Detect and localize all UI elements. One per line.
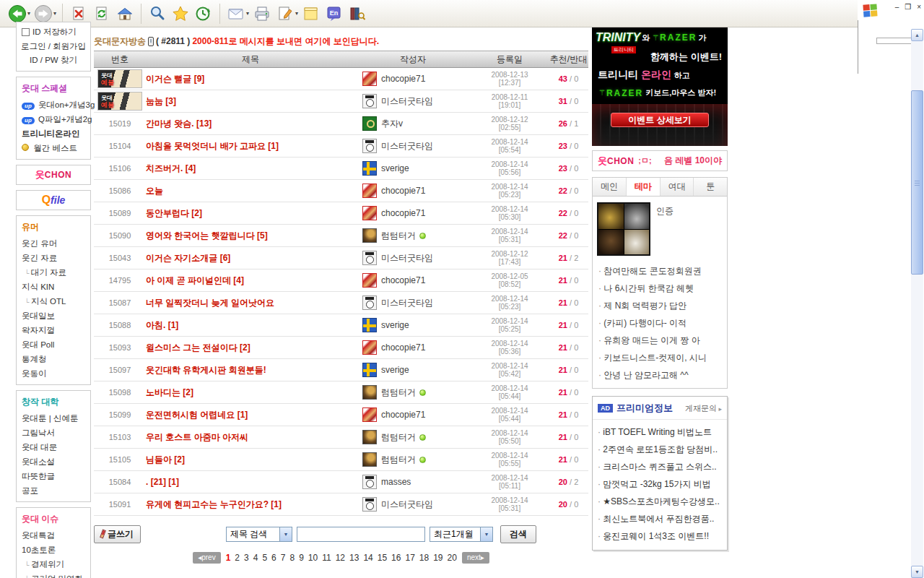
refresh-icon[interactable]: [91, 3, 113, 25]
sidebar-item[interactable]: 월간 베스트: [19, 141, 88, 155]
theme-photo[interactable]: [597, 202, 650, 256]
post-title-link[interactable]: 눕눕 [3]: [146, 96, 176, 106]
premium-list-item[interactable]: 크리스마스 퀴즈풀고 스위스..: [596, 458, 723, 475]
author-name[interactable]: 미스터굿타임: [381, 297, 433, 309]
mail-icon[interactable]: [225, 3, 247, 25]
tab[interactable]: 메인: [593, 178, 627, 196]
post-title-link[interactable]: . [21] [1]: [146, 477, 179, 487]
sidebar-item[interactable]: 웃대 대문: [19, 440, 88, 454]
sidebar-item[interactable]: 따뜻한글: [19, 469, 88, 483]
premium-list-item[interactable]: ★SBS스포츠마케팅수강생모..: [596, 493, 723, 510]
tab[interactable]: 여대: [661, 178, 694, 196]
page-number[interactable]: 15: [376, 553, 388, 563]
theme-list-item[interactable]: 제 N회 덕력평가 답안: [597, 297, 723, 314]
post-title-link[interactable]: 유게에 현피고수는 누구인가요? [1]: [146, 499, 282, 509]
premium-list-item[interactable]: iBT TOEFL Writing 비법노트: [596, 423, 723, 441]
uchon-logo-box[interactable]: 웃CHON: [16, 165, 91, 185]
sidebar-item[interactable]: 통계청: [19, 352, 88, 366]
author-name[interactable]: chocopie71: [381, 275, 425, 285]
post-title-link[interactable]: 간마녕 왓슴. [13]: [146, 118, 212, 129]
search-field-select[interactable]: 제목 검색 ▼: [226, 527, 292, 542]
print-icon[interactable]: [251, 3, 273, 25]
post-title-link[interactable]: 운전면허시험 어렵네요 [1]: [146, 410, 248, 420]
scrollbar-thumb[interactable]: [911, 90, 923, 275]
page-number[interactable]: 14: [362, 553, 374, 563]
author-name[interactable]: 럼텀터거: [381, 230, 416, 242]
theme-list-item[interactable]: 키보드니스트-컷제이, 시니: [597, 349, 723, 366]
search-button[interactable]: 검색: [500, 525, 536, 543]
theme-list-item[interactable]: (카피) 다행이다- 이적: [597, 314, 723, 332]
page-number[interactable]: 7: [279, 553, 287, 563]
write-button[interactable]: 글쓰기: [94, 525, 141, 543]
tab[interactable]: 테마: [627, 178, 661, 196]
sidebar-item[interactable]: 웃긴 자료: [19, 251, 88, 265]
tab[interactable]: 툰: [694, 178, 727, 196]
author-name[interactable]: sverige: [381, 365, 409, 375]
premium-list-item[interactable]: 맘껏먹고 -32kg 15가지 비법: [596, 475, 723, 493]
minimize-button[interactable]: –: [895, 3, 899, 11]
author-name[interactable]: sverige: [381, 320, 409, 330]
sidebar-item[interactable]: 웃동이: [19, 366, 88, 381]
sidebar-item[interactable]: 10초토론: [19, 543, 88, 557]
page-number[interactable]: 10: [307, 553, 319, 563]
mail-dropdown-icon[interactable]: ▾: [246, 10, 249, 17]
page-number[interactable]: 19: [432, 553, 444, 563]
author-name[interactable]: masses: [381, 477, 411, 487]
page-number[interactable]: 8: [288, 553, 296, 563]
save-id-checkbox[interactable]: [22, 28, 30, 36]
restore-button[interactable]: ❐: [905, 3, 911, 11]
post-title-link[interactable]: 영어와 한국어는 햇깔립니다 [5]: [146, 230, 268, 241]
post-title-link[interactable]: 노바디는 [2]: [146, 387, 193, 397]
author-name[interactable]: 미스터굿타임: [381, 252, 433, 264]
library-search-icon[interactable]: [346, 3, 368, 25]
page-number[interactable]: 18: [418, 553, 430, 563]
sidebar-item[interactable]: up Q파일+개념2g: [19, 112, 88, 126]
back-icon[interactable]: [6, 3, 28, 25]
sidebar-item[interactable]: 그림낙서: [19, 426, 88, 440]
post-title-link[interactable]: 이거슨 뻘글 [9]: [146, 74, 204, 84]
page-number[interactable]: 3: [243, 553, 250, 563]
sidebar-item[interactable]: 공기업 민영화: [19, 571, 88, 578]
post-title-link[interactable]: 웃긴대학 유학게시판 회원분들!: [146, 365, 266, 375]
author-name[interactable]: chocopie71: [381, 410, 425, 420]
notepad-icon[interactable]: [300, 3, 322, 25]
close-button[interactable]: ×: [917, 3, 921, 11]
page-number[interactable]: 13: [348, 553, 360, 563]
post-title-link[interactable]: 아침. [1]: [146, 320, 178, 330]
post-title-link[interactable]: 님들아 [2]: [146, 454, 185, 465]
premium-list-item[interactable]: 최신노트북에서 푸짐한경품..: [596, 510, 723, 527]
sidebar-item[interactable]: 지식 KIN: [19, 280, 88, 294]
forward-dropdown-icon[interactable]: ▾: [53, 10, 56, 17]
author-name[interactable]: chocopie71: [381, 186, 425, 196]
author-name[interactable]: chocopie71: [381, 342, 425, 353]
forward-icon[interactable]: [32, 3, 54, 25]
next-page-button[interactable]: next▸: [462, 552, 489, 564]
sidebar-item[interactable]: 경제위기: [19, 557, 88, 571]
prev-page-button[interactable]: ◂prev: [193, 552, 220, 564]
sidebar-item[interactable]: 웃대툰 | 신예툰: [19, 411, 88, 426]
page-number[interactable]: 6: [270, 553, 278, 563]
author-name[interactable]: 미스터굿타임: [381, 140, 433, 152]
author-name[interactable]: sverige: [381, 163, 409, 173]
post-title-link[interactable]: 우리 호스트 아줌마 아저씨: [146, 432, 248, 442]
author-name[interactable]: chocopie71: [381, 208, 425, 218]
page-number[interactable]: 5: [261, 553, 269, 563]
stop-icon[interactable]: [68, 3, 90, 25]
page-number[interactable]: 17: [404, 553, 416, 563]
premium-list-item[interactable]: 2주연속 로또1등조합 당첨비..: [596, 441, 723, 458]
post-title-link[interactable]: 이거슨 자기소개글 [6]: [146, 253, 230, 263]
scroll-down-arrow[interactable]: ▼: [911, 566, 923, 578]
favorites-icon[interactable]: [170, 3, 191, 25]
post-title-link[interactable]: 너무 일찍잣더니 늦게 일어낫어요: [146, 298, 274, 308]
theme-list-item[interactable]: 유희왕 매드는 이게 짱 아: [597, 332, 723, 349]
search-icon[interactable]: [147, 3, 168, 25]
sidebar-item[interactable]: 웃대일보: [19, 309, 88, 323]
post-title-link[interactable]: 치즈버거. [4]: [146, 163, 196, 173]
theme-list-item[interactable]: 안녕 난 얌모라고해 ^^: [597, 366, 723, 384]
theme-list-item[interactable]: 나 6시간뒤 한쿡감 헤헷: [597, 280, 723, 297]
author-name[interactable]: 미스터굿타임: [381, 499, 433, 511]
sidebar-item[interactable]: 공포: [19, 483, 88, 498]
premium-inquiry-link[interactable]: 게재문의: [685, 403, 722, 414]
find-id-pw-link[interactable]: ID / PW 찾기: [19, 53, 88, 67]
author-name[interactable]: 미스터굿타임: [381, 95, 433, 108]
